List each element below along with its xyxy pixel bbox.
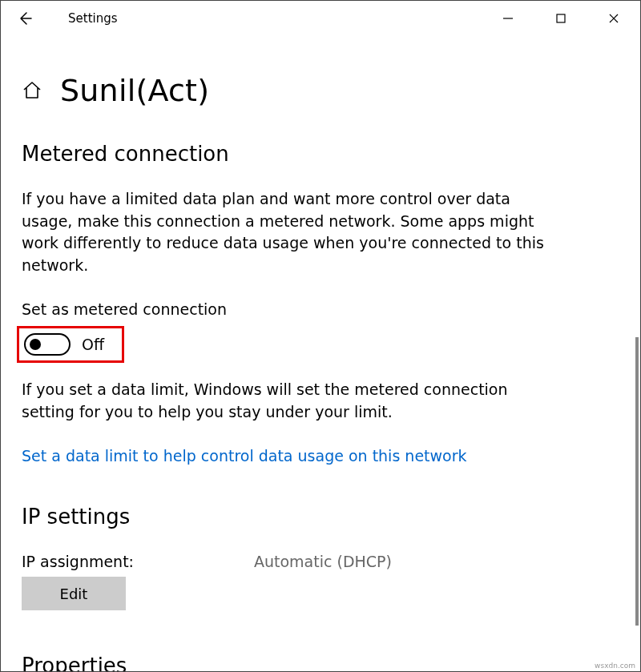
edit-button[interactable]: Edit — [22, 577, 126, 610]
properties-heading: Properties — [22, 654, 619, 671]
maximize-icon — [555, 13, 566, 24]
metered-heading: Metered connection — [22, 142, 619, 166]
toggle-knob — [30, 339, 41, 350]
ip-heading: IP settings — [22, 505, 619, 529]
minimize-icon — [502, 13, 514, 24]
close-button[interactable] — [587, 1, 640, 36]
arrow-left-icon — [17, 10, 33, 26]
svg-rect-1 — [557, 14, 565, 22]
ip-assignment-label: IP assignment: — [22, 553, 254, 570]
metered-toggle-highlight: Off — [17, 326, 124, 363]
watermark: wsxdn.com — [595, 662, 635, 670]
minimize-button[interactable] — [482, 1, 534, 36]
ip-assignment-value: Automatic (DHCP) — [254, 553, 392, 570]
metered-toggle[interactable] — [24, 333, 71, 356]
metered-description: If you have a limited data plan and want… — [22, 188, 550, 276]
close-icon — [608, 13, 619, 24]
page-title: Sunil(Act) — [60, 73, 209, 108]
metered-toggle-label: Set as metered connection — [22, 300, 619, 318]
home-icon[interactable] — [22, 80, 42, 101]
maximize-button[interactable] — [534, 1, 587, 36]
metered-toggle-state: Off — [82, 336, 104, 353]
scrollbar[interactable] — [635, 337, 639, 626]
data-limit-link[interactable]: Set a data limit to help control data us… — [22, 447, 467, 465]
back-button[interactable] — [17, 1, 49, 36]
window-title: Settings — [68, 11, 118, 26]
data-limit-text: If you set a data limit, Windows will se… — [22, 379, 550, 423]
